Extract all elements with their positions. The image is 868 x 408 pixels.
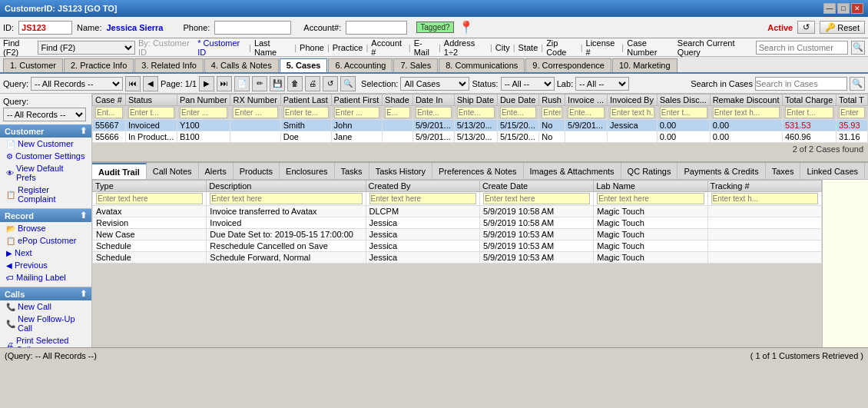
query-select[interactable]: -- All Records --	[31, 77, 123, 91]
lab-select[interactable]: -- All --	[575, 77, 629, 91]
account-input[interactable]	[346, 21, 407, 35]
refresh-records-button[interactable]: ↺	[323, 76, 338, 91]
audit-filter-created-by[interactable]	[369, 193, 476, 204]
filter-case-num[interactable]	[95, 107, 123, 118]
record-section-header[interactable]: Record ⬆	[0, 209, 91, 222]
sidebar-item-next[interactable]: ▶ Next	[0, 247, 91, 259]
filter-rush[interactable]	[542, 107, 562, 118]
filter-total-t[interactable]	[839, 107, 865, 118]
tab-payments-credits[interactable]: Payments & Credits	[678, 163, 765, 179]
search-customer-input[interactable]	[756, 41, 848, 55]
search-go-button[interactable]: 🔍	[851, 41, 865, 55]
filter-patient-first[interactable]	[334, 107, 379, 118]
tab-correspondence[interactable]: 9. Correspondence	[525, 58, 611, 72]
query-section-select[interactable]: -- All Records --	[3, 108, 86, 121]
audit-row[interactable]: New Case Due Date Set to: 2019-05-15 17:…	[93, 229, 822, 240]
tab-tasks[interactable]: Tasks	[335, 163, 369, 179]
sidebar-item-epop[interactable]: 📋 ePop Customer	[0, 234, 91, 247]
audit-filter-lab-name[interactable]	[597, 193, 704, 204]
filter-invoiced-by[interactable]	[610, 107, 654, 118]
tab-enclosures[interactable]: Enclosures	[280, 163, 334, 179]
filter-sales-disc[interactable]	[660, 107, 707, 118]
maximize-button[interactable]: □	[837, 3, 850, 14]
tab-cases[interactable]: 5. Cases	[280, 58, 328, 72]
edit-button[interactable]: ✏	[252, 76, 267, 91]
save-button[interactable]: 💾	[270, 76, 285, 91]
sidebar-item-new-customer[interactable]: 📄 New Customer	[0, 138, 91, 150]
filter-invoice[interactable]	[568, 107, 605, 118]
sidebar-item-browse[interactable]: 📂 Browse	[0, 222, 91, 234]
sidebar-item-mailing-label[interactable]: 🏷 Mailing Label	[0, 271, 91, 284]
audit-row[interactable]: Revision Invoiced Jessica 5/9/2019 10:58…	[93, 217, 822, 229]
audit-filter-tracking[interactable]	[711, 193, 818, 204]
tab-marketing[interactable]: 10. Marketing	[612, 58, 678, 72]
audit-row[interactable]: Schedule Schedule Forward, Normal Jessic…	[93, 252, 822, 264]
audit-filter-description[interactable]	[210, 193, 362, 204]
tab-sales[interactable]: 7. Sales	[393, 58, 438, 72]
minimize-button[interactable]: —	[823, 3, 836, 14]
tab-taxes[interactable]: Taxes	[766, 163, 801, 179]
filter-due-date[interactable]	[500, 107, 536, 118]
sidebar-item-previous[interactable]: ◀ Previous	[0, 259, 91, 271]
find-dropdown[interactable]: Find (F2)	[38, 41, 135, 55]
customer-section-header[interactable]: Customer ⬆	[0, 124, 91, 138]
sidebar-item-print-call[interactable]: 🖨 Print Selected Call	[0, 334, 91, 347]
sidebar-item-register-complaint[interactable]: 📋 Register Complaint	[0, 184, 91, 205]
nav-first-button[interactable]: ⏮	[125, 76, 141, 91]
sidebar-item-follow-up-call[interactable]: 📞 New Follow-Up Call	[0, 313, 91, 334]
tab-linked-cases[interactable]: Linked Cases	[800, 163, 865, 179]
filter-shade[interactable]	[385, 107, 410, 118]
tab-call-notes[interactable]: Call Notes	[147, 163, 199, 179]
tab-practice-info[interactable]: 2. Practice Info	[64, 58, 134, 72]
sidebar-item-new-call[interactable]: 📞 New Call	[0, 300, 91, 313]
tab-customer[interactable]: 1. Customer	[3, 58, 63, 72]
sidebar-item-view-prefs[interactable]: 👁 View Default Prefs	[0, 162, 91, 184]
filter-ship-date[interactable]	[457, 107, 495, 118]
id-input[interactable]	[18, 21, 72, 35]
filter-status[interactable]	[128, 107, 174, 118]
reset-button[interactable]: 🔑 Reset	[820, 21, 865, 34]
nav-next-button[interactable]: ▶	[199, 76, 214, 91]
filter-pan[interactable]	[180, 107, 228, 118]
print-button[interactable]: 🖨	[305, 76, 320, 91]
close-button[interactable]: ✕	[851, 3, 863, 14]
nav-prev-button[interactable]: ◀	[143, 76, 158, 91]
delete-button[interactable]: 🗑	[287, 76, 303, 91]
filter-date-in[interactable]	[416, 107, 452, 118]
tab-related-info[interactable]: 3. Related Info	[134, 58, 204, 72]
search-cases-button[interactable]: 🔍	[850, 77, 865, 91]
sidebar-item-customer-settings[interactable]: ⚙ Customer Settings	[0, 150, 91, 162]
tab-preferences-notes[interactable]: Preferences & Notes	[432, 163, 524, 179]
query-label: Query:	[3, 79, 28, 88]
phone-input[interactable]	[214, 21, 291, 35]
selection-select[interactable]: All Cases	[400, 77, 469, 91]
tab-products[interactable]: Products	[234, 163, 280, 179]
calls-section-header[interactable]: Calls ⬆	[0, 287, 91, 300]
filter-total-charge[interactable]	[785, 107, 833, 118]
filter-remake[interactable]	[713, 107, 780, 118]
tab-images-attachments[interactable]: Images & Attachments	[524, 163, 621, 179]
audit-row[interactable]: Avatax Invoice transferred to Avatax DLC…	[93, 206, 822, 217]
tab-communications[interactable]: 8. Communications	[439, 58, 525, 72]
tab-accounting[interactable]: 6. Accounting	[328, 58, 393, 72]
filter-patient-last[interactable]	[283, 107, 329, 118]
audit-filter-type[interactable]	[96, 193, 203, 204]
tab-materials[interactable]: Materials	[865, 163, 868, 179]
filter-button[interactable]: 🔍	[340, 76, 356, 91]
audit-filter-create-date[interactable]	[483, 193, 590, 204]
audit-row[interactable]: Schedule Reschedule Cancelled on Save Je…	[93, 240, 822, 252]
tab-tasks-history[interactable]: Tasks History	[369, 163, 432, 179]
nav-last-button[interactable]: ⏭	[217, 76, 232, 91]
table-row[interactable]: 55666 In Product... B100 Doe Jane 5/9/20…	[93, 131, 868, 143]
tab-qc-ratings[interactable]: QC Ratings	[621, 163, 678, 179]
tab-alerts[interactable]: Alerts	[199, 163, 234, 179]
filter-rx[interactable]	[233, 107, 277, 118]
status-select[interactable]: -- All --	[501, 77, 555, 91]
find-bar: Find (F2) Find (F2) By: Customer ID * Cu…	[0, 38, 868, 57]
search-cases-input[interactable]	[755, 77, 847, 91]
new-button[interactable]: 📄	[234, 76, 250, 91]
refresh-button[interactable]: ↺	[797, 21, 815, 34]
table-row[interactable]: 55667 Invoiced Y100 Smith John 5/9/201..…	[93, 120, 868, 131]
tab-calls-notes[interactable]: 4. Calls & Notes	[204, 58, 279, 72]
tab-audit-trail[interactable]: Audit Trail	[92, 163, 147, 179]
